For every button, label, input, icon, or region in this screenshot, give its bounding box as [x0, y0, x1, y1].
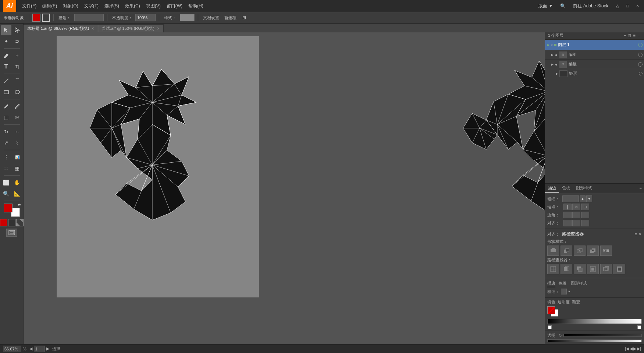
- arc-tool[interactable]: ⌒: [12, 76, 22, 86]
- align-outside[interactable]: [581, 220, 589, 226]
- fill-color-indicator[interactable]: [32, 14, 40, 22]
- fill-color-swatch[interactable]: [547, 306, 555, 314]
- group-2-eye[interactable]: ●: [555, 62, 558, 67]
- menu-view[interactable]: 视图(V): [143, 1, 164, 11]
- appear-tab-swatches[interactable]: 色板: [557, 280, 568, 287]
- page-input[interactable]: [34, 346, 45, 352]
- gradient-btn[interactable]: [8, 219, 15, 226]
- expand-btn[interactable]: 扩展: [600, 246, 612, 256]
- pf-expand-icon[interactable]: ≡: [635, 232, 637, 237]
- outline-btn[interactable]: [600, 264, 612, 274]
- align-center[interactable]: [563, 220, 572, 226]
- blend-tool[interactable]: ⋮: [1, 152, 11, 162]
- join-round[interactable]: [572, 212, 580, 218]
- hand-tool[interactable]: ✋: [12, 177, 22, 188]
- menu-object[interactable]: 对象(O): [60, 1, 81, 11]
- gradient-stop-left[interactable]: [548, 325, 552, 329]
- pen-tool[interactable]: [1, 50, 11, 61]
- zoom-tool[interactable]: 🔍: [1, 188, 11, 199]
- line-tool[interactable]: [1, 76, 11, 86]
- arrange-icon[interactable]: ⊞: [240, 14, 248, 22]
- tab-stroke[interactable]: 描边: [545, 184, 559, 193]
- rect-target[interactable]: [639, 72, 643, 75]
- maximize-button[interactable]: □: [624, 2, 631, 10]
- measure-tool[interactable]: 📐: [12, 188, 22, 199]
- tab-test[interactable]: 普试.ai* @ 150% (RGB/预览) ✕: [98, 24, 164, 32]
- layer-1-lock[interactable]: ○: [551, 43, 553, 47]
- opacity-slider-icon[interactable]: ▷: [559, 332, 562, 338]
- menu-text[interactable]: 文字(T): [81, 1, 102, 11]
- anchor-tool[interactable]: +: [12, 50, 22, 61]
- menu-window[interactable]: 窗口(W): [164, 1, 185, 11]
- cap-square[interactable]: □: [581, 204, 589, 210]
- appear-tab-stroke[interactable]: 描边: [547, 280, 555, 287]
- column-graph-tool[interactable]: ▦: [12, 163, 22, 173]
- tab-untitled-close[interactable]: ✕: [91, 27, 94, 31]
- menu-effect[interactable]: 效果(C): [122, 1, 143, 11]
- group-2-item[interactable]: ▶ ● ⊞ 编组: [545, 60, 644, 69]
- group-1-target[interactable]: [638, 53, 643, 57]
- opacity-slider[interactable]: [563, 334, 642, 337]
- cap-round[interactable]: ○: [572, 204, 580, 210]
- delete-layer-btn[interactable]: 🗑: [628, 33, 632, 38]
- pencil-tool[interactable]: [12, 101, 22, 112]
- shear-tool[interactable]: ⌇: [12, 138, 22, 148]
- layer-options-btn[interactable]: ≡: [633, 33, 636, 38]
- lasso-tool[interactable]: ⊃: [12, 36, 22, 46]
- select-tool[interactable]: [1, 25, 11, 35]
- stroke-weight-input[interactable]: [75, 14, 103, 21]
- stroke-weight-up[interactable]: ▲: [580, 195, 586, 202]
- join-miter[interactable]: [563, 212, 572, 218]
- unite-btn[interactable]: [547, 246, 559, 256]
- type-area-tool[interactable]: T|: [12, 61, 22, 72]
- rotate-tool[interactable]: ↻: [1, 127, 11, 137]
- menu-select[interactable]: 选择(S): [102, 1, 122, 11]
- stroke-weight-field[interactable]: [562, 195, 579, 202]
- eraser-tool[interactable]: ◫: [1, 112, 11, 123]
- layout-selector[interactable]: 版面 ▼: [536, 1, 555, 11]
- prev-page-btn[interactable]: ◀: [29, 346, 32, 351]
- prev-artboard-btn[interactable]: ◀: [630, 346, 633, 351]
- swap-icon[interactable]: ⇄: [18, 203, 21, 207]
- direct-select-tool[interactable]: [12, 25, 22, 35]
- last-artboard-btn[interactable]: ▶|: [637, 346, 641, 351]
- next-artboard-btn[interactable]: ▶: [633, 346, 636, 351]
- minus-front-btn[interactable]: [561, 246, 572, 256]
- first-artboard-btn[interactable]: |◀: [625, 346, 629, 351]
- artboard-tool[interactable]: ⬜: [1, 177, 11, 188]
- layer-panel-menu[interactable]: ⋮: [637, 33, 641, 38]
- crop-btn[interactable]: [587, 264, 599, 274]
- tab-graphic-styles[interactable]: 图形样式: [573, 184, 595, 193]
- menu-help[interactable]: 帮助(H): [185, 1, 206, 11]
- intersect-btn[interactable]: [574, 246, 586, 256]
- search-button[interactable]: 🔍: [558, 2, 568, 10]
- appear-dropdown-arrow[interactable]: ▼: [567, 290, 571, 293]
- exclude-btn[interactable]: [587, 246, 599, 256]
- fill-swatch[interactable]: [4, 204, 13, 212]
- color-btn[interactable]: [0, 219, 7, 226]
- close-button[interactable]: ×: [634, 2, 641, 10]
- trim-btn[interactable]: [561, 264, 572, 274]
- symbol-spray-tool[interactable]: ∷: [1, 163, 11, 173]
- chart-tool[interactable]: 📊: [12, 152, 22, 162]
- none-btn[interactable]: [16, 219, 24, 226]
- reflect-tool[interactable]: ↔: [12, 127, 22, 137]
- divide-btn[interactable]: [547, 264, 559, 274]
- group-2-target[interactable]: [638, 62, 643, 67]
- rect-tool[interactable]: [1, 87, 11, 97]
- join-bevel[interactable]: [581, 212, 589, 218]
- opacity-input[interactable]: [136, 14, 155, 21]
- tab-test-close[interactable]: ✕: [157, 27, 160, 31]
- gradient-bar[interactable]: [547, 319, 642, 324]
- paintbrush-tool[interactable]: [1, 101, 11, 112]
- appear-type-selector[interactable]: [561, 289, 567, 294]
- rect-eye[interactable]: ●: [555, 71, 558, 76]
- minus-back-btn[interactable]: [613, 264, 625, 274]
- rect-item[interactable]: ● 矩形: [545, 69, 644, 78]
- style-indicator[interactable]: [180, 14, 195, 21]
- magic-wand-tool[interactable]: ✦: [1, 36, 11, 46]
- stock-link[interactable]: 前往 Adobe Stock: [571, 1, 610, 11]
- group-2-arrow[interactable]: ▶: [551, 63, 554, 66]
- group-1-eye[interactable]: ●: [555, 53, 558, 57]
- gradient-stop-right[interactable]: [637, 325, 641, 329]
